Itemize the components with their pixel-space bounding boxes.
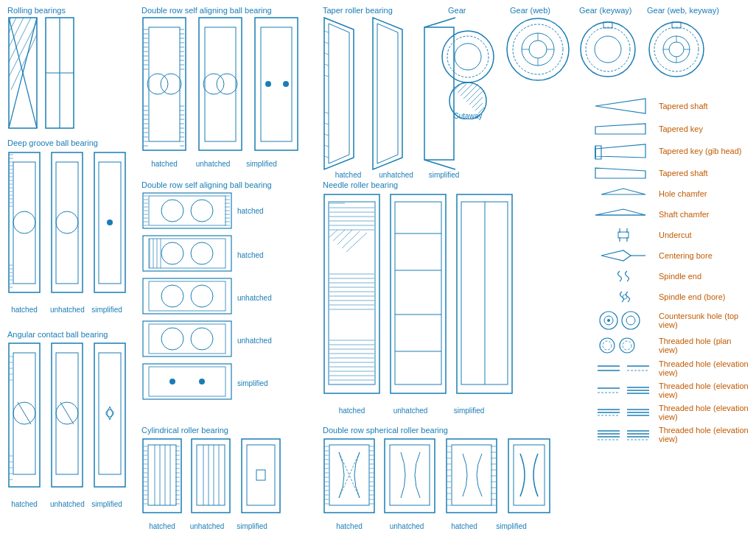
svg-point-149	[161, 242, 183, 264]
countersunk-top-symbol	[594, 309, 653, 331]
svg-rect-152	[143, 278, 231, 314]
svg-line-220	[324, 145, 329, 147]
svg-rect-209	[256, 470, 265, 480]
svg-point-154	[161, 285, 183, 307]
svg-marker-362	[595, 124, 645, 134]
svg-point-341	[513, 24, 563, 74]
svg-point-119	[283, 81, 289, 87]
svg-point-114	[203, 74, 224, 94]
svg-line-217	[324, 112, 329, 113]
svg-rect-158	[149, 324, 225, 354]
gear-web-group	[505, 16, 571, 82]
svg-point-348	[581, 22, 635, 77]
angular-contact-title: Angular contact ball bearing	[7, 330, 108, 339]
svg-rect-325	[508, 439, 550, 513]
svg-line-226	[424, 160, 455, 169]
svg-line-236	[329, 230, 337, 237]
double-row-2-title: Double row self aligning ball bearing	[141, 180, 272, 189]
cylindrical-title: Cylindrical roller bearing	[141, 426, 228, 435]
svg-line-212	[324, 31, 329, 32]
svg-point-352	[649, 22, 704, 77]
svg-point-381	[622, 312, 640, 329]
svg-line-60	[60, 402, 74, 424]
svg-line-337	[472, 97, 483, 108]
double-row-spherical-svg	[323, 438, 559, 522]
tapered-key-symbol	[594, 121, 653, 137]
svg-point-165	[199, 379, 205, 384]
svg-point-386	[623, 341, 631, 350]
svg-point-159	[161, 328, 183, 350]
tapered-shaft2-symbol	[594, 165, 653, 181]
svg-rect-202	[197, 445, 225, 505]
threaded-elev3-symbol	[594, 406, 653, 419]
deep-groove-group: hatched unhatched simplified	[7, 151, 133, 314]
shaft-chamfer-item: Shaft chamfer	[594, 206, 749, 222]
svg-rect-227	[324, 194, 379, 393]
svg-point-350	[595, 36, 621, 63]
svg-rect-207	[242, 439, 280, 513]
svg-point-349	[586, 27, 630, 71]
rolling-bearings-svg	[7, 16, 81, 130]
svg-line-46	[18, 402, 31, 424]
svg-rect-300	[390, 445, 430, 505]
svg-rect-168	[148, 445, 176, 505]
svg-point-380	[607, 319, 610, 322]
svg-rect-153	[149, 281, 225, 311]
undercut-symbol	[594, 227, 653, 243]
svg-line-7	[9, 22, 37, 77]
svg-point-327	[442, 31, 494, 82]
svg-point-70	[147, 74, 168, 94]
cutaway-label: Cutaway	[438, 112, 497, 120]
gear-web-title: Gear (web)	[510, 6, 550, 15]
svg-rect-163	[149, 367, 225, 396]
svg-point-384	[603, 341, 612, 350]
angular-contact-group: hatched unhatched simplified	[7, 342, 133, 508]
svg-text:hatched: hatched	[237, 251, 264, 259]
gear-keyway-svg	[578, 16, 637, 82]
svg-point-377	[623, 295, 627, 299]
svg-point-71	[161, 74, 181, 94]
svg-marker-368	[595, 209, 645, 215]
svg-rect-167	[143, 439, 181, 513]
threaded-elev2-symbol	[594, 384, 653, 397]
svg-point-382	[626, 316, 635, 325]
spindle-end-bore-symbol	[594, 289, 653, 305]
svg-point-343	[529, 41, 547, 58]
svg-rect-143	[143, 236, 231, 271]
gear-keyway-group	[578, 16, 637, 82]
svg-line-219	[324, 134, 329, 136]
svg-line-218	[324, 123, 329, 124]
spindle-end-bore-item: Spindle end (bore)	[594, 289, 749, 305]
right-panel: Tapered shaft Tapered key Tapered key (g…	[594, 96, 749, 448]
tapered-key-item: Tapered key	[594, 121, 749, 137]
svg-point-328	[447, 36, 489, 77]
svg-rect-269	[324, 439, 374, 513]
svg-rect-201	[192, 439, 230, 513]
threaded-elev1-symbol	[594, 362, 653, 375]
svg-line-238	[337, 230, 352, 245]
gear-keyway-title: Gear (keyway)	[579, 6, 632, 15]
svg-point-160	[191, 328, 213, 350]
threaded-plan-symbol	[594, 336, 653, 355]
gear-title: Gear	[448, 6, 466, 15]
svg-line-239	[342, 231, 360, 248]
svg-point-17	[13, 211, 35, 233]
svg-rect-162	[143, 364, 231, 399]
threaded-plan-item: Threaded hole (plan view)	[594, 336, 749, 355]
svg-line-5	[9, 18, 24, 47]
rolling-bearings-group	[7, 16, 81, 130]
svg-marker-366	[595, 168, 645, 178]
taper-roller-title: Taper roller bearing	[323, 6, 393, 15]
rolling-bearings-title: Rolling bearings	[7, 6, 66, 15]
double-row-title: Double row self aligning ball bearing	[141, 6, 272, 15]
svg-line-338	[475, 103, 483, 110]
svg-rect-301	[447, 439, 497, 513]
svg-rect-228	[329, 202, 375, 384]
tapered-shaft-item: Tapered shaft	[594, 96, 749, 116]
double-row-top-group: hatched unhatched simplified	[141, 16, 304, 168]
main-page: Rolling bearings Deep groove ball bearin…	[0, 0, 756, 534]
svg-point-385	[620, 338, 634, 353]
svg-marker-365	[595, 146, 601, 159]
gear-web-svg	[505, 16, 571, 82]
svg-rect-121	[149, 196, 225, 225]
